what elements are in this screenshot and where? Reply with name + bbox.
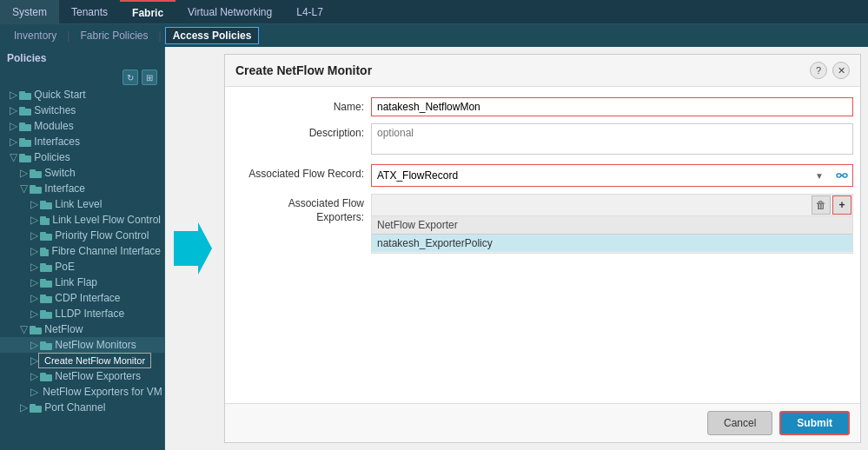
tree-link-flap[interactable]: ▷ Link Flap [0, 275, 164, 290]
nav-fabric[interactable]: Fabric [120, 0, 176, 23]
flow-record-select-wrapper: ▼ [371, 164, 853, 187]
label-netflow-exporters: NetFlow Exporters [55, 370, 141, 382]
sep1: | [67, 30, 70, 42]
policies-header: Policies [0, 47, 164, 68]
tree-lldp[interactable]: ▷ LLDP Interface [0, 306, 164, 321]
subnav-fabric-policies[interactable]: Fabric Policies [73, 28, 155, 43]
label-interface: Interface [44, 182, 85, 195]
folder-icon-switches [19, 106, 31, 116]
tree-priority-flow[interactable]: ▷ Priority Flow Control [0, 228, 164, 243]
tree-poe[interactable]: ▷ PoE [0, 259, 164, 275]
refresh-button[interactable]: ↻ [123, 69, 138, 85]
tree-quick-start[interactable]: ▷ Quick Start [0, 87, 164, 103]
cancel-button[interactable]: Cancel [707, 411, 772, 435]
label-cdp: CDP Interface [55, 292, 120, 304]
flow-record-select[interactable] [372, 167, 807, 184]
flow-record-row: Associated Flow Record: ▼ [225, 164, 860, 187]
svg-rect-33 [40, 341, 46, 344]
tree-switches[interactable]: ▷ Switches [0, 103, 164, 118]
folder-icon-nfm [40, 341, 52, 350]
label-lldp: LLDP Interface [55, 308, 124, 320]
add-exporter-button[interactable]: + [832, 195, 851, 215]
label-netflow: NetFlow [44, 323, 83, 335]
arrow-interfaces: ▷ [7, 136, 19, 148]
exporters-toolbar: 🗑 + [372, 195, 852, 216]
description-input[interactable] [371, 123, 853, 155]
arrow-netflow-exporters-vm: ▷ [28, 386, 40, 398]
tree-link-level-flow[interactable]: ▷ Link Level Flow Control [0, 212, 164, 228]
name-label: Name: [232, 97, 371, 113]
description-label: Description: [232, 123, 371, 139]
svg-rect-10 [30, 171, 42, 178]
flow-record-link-button[interactable] [832, 165, 852, 186]
label-link-level-flow: Link Level Flow Control [52, 214, 161, 226]
tree-netflow[interactable]: ▽ NetFlow [0, 321, 164, 337]
description-row: Description: [225, 123, 860, 157]
svg-rect-9 [19, 154, 25, 156]
svg-rect-14 [40, 202, 52, 209]
tree-link-level[interactable]: ▷ Link Level [0, 196, 164, 212]
svg-rect-24 [40, 281, 52, 288]
create-netflow-monitor-tooltip: Create NetFlow Monitor [38, 353, 151, 368]
sep2: | [159, 30, 162, 42]
tree-interface[interactable]: ▽ Interface [0, 181, 164, 196]
main-area: Policies ↻ ⊞ ▷ Quick Start ▷ Switches ▷ … [0, 47, 868, 450]
nav-tenants[interactable]: Tenants [59, 0, 120, 23]
folder-icon-interfaces [19, 137, 31, 147]
name-input[interactable] [371, 97, 853, 116]
svg-rect-44 [843, 174, 847, 177]
folder-icon-netflow [30, 325, 42, 334]
help-button[interactable]: ? [810, 62, 827, 79]
modal-header-icons: ? ✕ [810, 62, 850, 79]
folder-icon-modules [19, 122, 31, 131]
nav-system[interactable]: System [0, 0, 59, 23]
tree-policies[interactable]: ▽ Policies [0, 149, 164, 165]
folder-icon-pf [40, 231, 52, 241]
tree-interfaces[interactable]: ▷ Interfaces [0, 134, 164, 149]
label-switch: Switch [44, 167, 75, 179]
tree-port-channel[interactable]: ▷ Port Channel [0, 400, 164, 415]
sub-navigation: Inventory | Fabric Policies | Access Pol… [0, 24, 868, 47]
tree-netflow-monitors[interactable]: ▷ NetFlow Monitors [0, 337, 164, 353]
arrow-quick-start: ▷ [7, 89, 19, 101]
label-policies: Policies [34, 151, 70, 163]
svg-rect-8 [19, 156, 31, 162]
tree-netflow-exporters-vm[interactable]: ▷ NetFlow Exporters for VM Networking [0, 384, 164, 400]
delete-exporter-button[interactable]: 🗑 [812, 195, 831, 215]
svg-rect-7 [19, 138, 25, 141]
folder-icon-pc [30, 403, 42, 413]
folder-icon-fc [40, 247, 49, 256]
nav-l4l7[interactable]: L4-L7 [284, 0, 335, 23]
tree-netflow-exporters[interactable]: ▷ NetFlow Exporters [0, 368, 164, 384]
arrow-netflow: ▽ [17, 323, 30, 335]
svg-rect-17 [40, 216, 46, 219]
tree-switch[interactable]: ▷ Switch [0, 165, 164, 181]
flow-record-field: ▼ [371, 164, 853, 187]
arrow-priority-flow: ▷ [28, 229, 40, 242]
tree-modules[interactable]: ▷ Modules [0, 118, 164, 134]
svg-rect-12 [30, 187, 42, 194]
svg-rect-37 [40, 373, 46, 375]
expand-button[interactable]: ⊞ [142, 69, 157, 85]
label-link-level: Link Level [55, 198, 102, 210]
svg-rect-41 [30, 404, 36, 407]
nav-virtual-networking[interactable]: Virtual Networking [176, 0, 284, 23]
folder-icon-nfe [40, 372, 52, 381]
svg-rect-5 [19, 122, 25, 125]
modal-header: Create NetFlow Monitor ? ✕ [225, 55, 860, 87]
folder-icon-lldp [40, 309, 52, 319]
tree-cdp[interactable]: ▷ CDP Interface [0, 290, 164, 306]
svg-rect-0 [19, 93, 31, 100]
label-netflow-exporters-vm: NetFlow Exporters for VM Networking [43, 386, 165, 398]
folder-icon-cdp [40, 294, 52, 303]
submit-button[interactable]: Submit [779, 411, 850, 435]
label-interfaces: Interfaces [34, 136, 80, 148]
arrow-link-level-flow: ▷ [28, 214, 40, 226]
tree-fibre-channel[interactable]: ▷ Fibre Channel Interface [0, 243, 164, 259]
close-button[interactable]: ✕ [832, 62, 850, 79]
subnav-inventory[interactable]: Inventory [7, 28, 63, 43]
label-modules: Modules [34, 120, 73, 132]
table-row[interactable]: natakesh_ExporterPolicy [372, 235, 852, 253]
exporters-row: Associated FlowExporters: 🗑 + NetFlow Ex… [225, 194, 860, 254]
subnav-access-policies[interactable]: Access Policies [165, 27, 260, 44]
